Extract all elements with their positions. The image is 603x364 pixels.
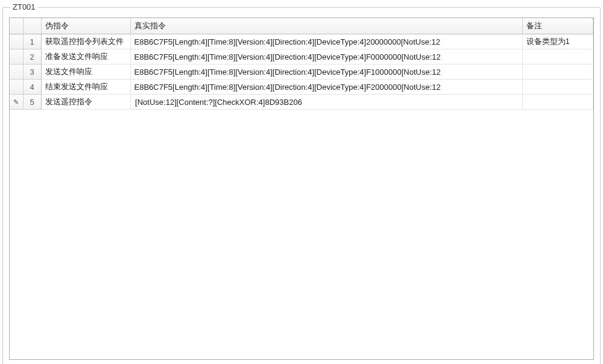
header-pseudo[interactable]: 伪指令 [41, 18, 130, 34]
cell-remark[interactable] [522, 95, 593, 110]
row-num: 3 [23, 64, 41, 80]
real-instruction-input[interactable] [132, 97, 521, 107]
cell-remark[interactable] [522, 64, 593, 80]
row-marker [10, 64, 23, 80]
header-row: 伪指令 真实指令 备注 [10, 18, 593, 34]
instruction-table-wrap: 伪指令 真实指令 备注 1 获取遥控指令列表文件 E8B6C7F5[Length… [9, 17, 594, 360]
header-marker[interactable] [10, 18, 23, 34]
group-title: ZT001 [10, 2, 38, 11]
row-num: 2 [23, 49, 41, 64]
cell-remark[interactable]: 设备类型为1 [522, 34, 593, 49]
cell-pseudo[interactable]: 获取遥控指令列表文件 [41, 34, 130, 49]
table-row[interactable]: 2 准备发送文件响应 E8B6C7F5[Length:4][Time:8][Ve… [10, 49, 593, 64]
edit-row-marker-icon: ✎ [10, 95, 23, 110]
row-marker [10, 80, 23, 95]
row-marker [10, 34, 23, 49]
cell-pseudo[interactable]: 发送文件响应 [41, 64, 130, 80]
cell-real[interactable]: E8B6C7F5[Length:4][Time:8][Version:4][Di… [130, 80, 522, 95]
cell-pseudo[interactable]: 结束发送文件响应 [41, 80, 130, 95]
cell-remark[interactable] [522, 80, 593, 95]
row-marker [10, 49, 23, 64]
cell-remark[interactable] [522, 49, 593, 64]
header-num[interactable] [23, 18, 41, 34]
groupbox-zt001: ZT001 伪指令 真实指令 备注 [2, 7, 601, 364]
table-row[interactable]: 4 结束发送文件响应 E8B6C7F5[Length:4][Time:8][Ve… [10, 80, 593, 95]
cell-real-editing[interactable] [130, 95, 522, 110]
header-remark[interactable]: 备注 [522, 18, 593, 34]
cell-real[interactable]: E8B6C7F5[Length:4][Time:8][Version:4][Di… [130, 49, 522, 64]
row-num: 4 [23, 80, 41, 95]
cell-real[interactable]: E8B6C7F5[Length:4][Time:8][Version:4][Di… [130, 64, 522, 80]
cell-pseudo[interactable]: 准备发送文件响应 [41, 49, 130, 64]
cell-real[interactable]: E8B6C7F5[Length:4][Time:8][Version:4][Di… [130, 34, 522, 49]
table-row[interactable]: 1 获取遥控指令列表文件 E8B6C7F5[Length:4][Time:8][… [10, 34, 593, 49]
table-row[interactable]: 3 发送文件响应 E8B6C7F5[Length:4][Time:8][Vers… [10, 64, 593, 80]
row-num: 1 [23, 34, 41, 49]
header-real[interactable]: 真实指令 [130, 18, 522, 34]
cell-pseudo[interactable]: 发送遥控指令 [41, 95, 130, 110]
row-num: 5 [23, 95, 41, 110]
table-row-editing[interactable]: ✎ 5 发送遥控指令 [10, 95, 593, 110]
instruction-table[interactable]: 伪指令 真实指令 备注 1 获取遥控指令列表文件 E8B6C7F5[Length… [10, 18, 593, 110]
